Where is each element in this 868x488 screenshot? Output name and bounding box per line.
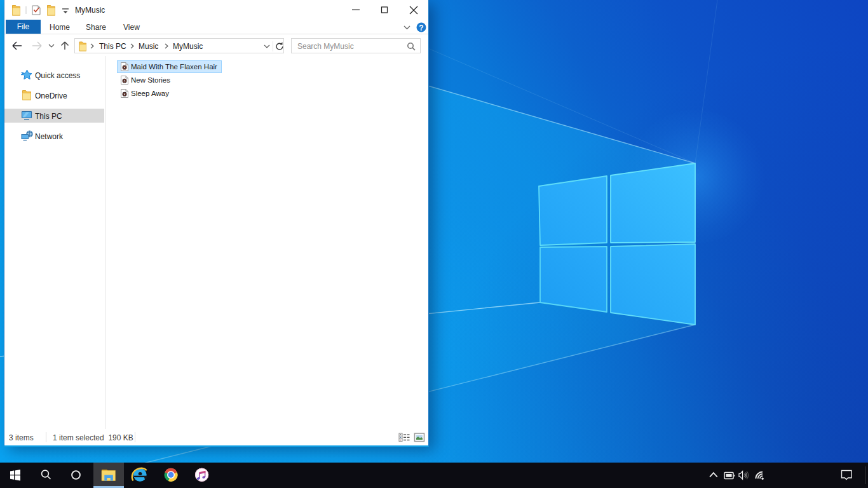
svg-text:?: ?	[419, 24, 423, 32]
